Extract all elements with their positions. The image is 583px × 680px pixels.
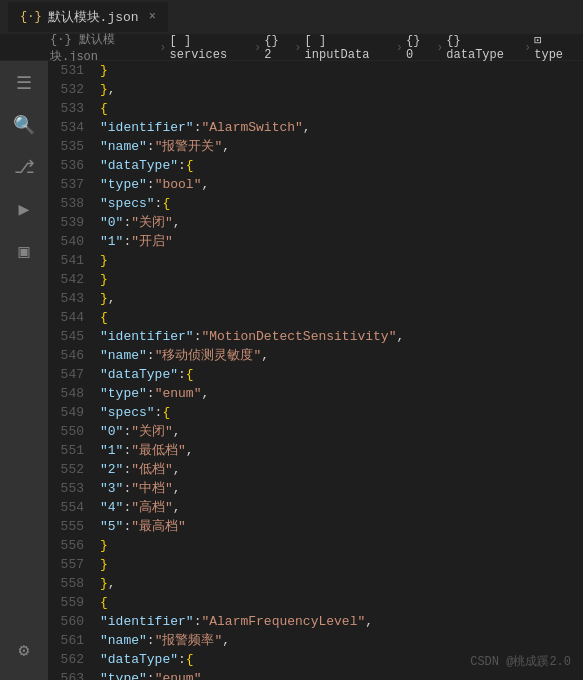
code-line: { xyxy=(100,99,583,118)
code-line: } xyxy=(100,536,583,555)
code-line: "0": "关闭", xyxy=(100,213,583,232)
watermark: CSDN @桃成蹊2.0 xyxy=(470,653,571,670)
tab-label: 默认模块.json xyxy=(48,8,139,26)
active-tab[interactable]: {·} 默认模块.json × xyxy=(8,2,168,32)
search-icon[interactable]: 🔍 xyxy=(10,111,38,139)
code-line: "name": "报警频率", xyxy=(100,631,583,650)
breadcrumb-item-2[interactable]: [ ] services xyxy=(170,34,251,62)
code-line: "5": "最高档" xyxy=(100,517,583,536)
code-line: "1": "最低档", xyxy=(100,441,583,460)
extensions-icon[interactable]: ▣ xyxy=(10,237,38,265)
source-control-icon[interactable]: ⎇ xyxy=(10,153,38,181)
code-line: "specs": { xyxy=(100,194,583,213)
code-line: "name": "移动侦测灵敏度", xyxy=(100,346,583,365)
breadcrumb-item-3[interactable]: {} 2 xyxy=(264,34,291,62)
code-content[interactable]: } }, { "identifier": "AlarmSwitch", "nam… xyxy=(92,61,583,680)
tab-file-icon: {·} xyxy=(20,10,42,24)
breadcrumb-item-6[interactable]: {} dataType xyxy=(446,34,521,62)
code-line: "1": "开启" xyxy=(100,232,583,251)
code-line: "identifier": "AlarmFrequencyLevel", xyxy=(100,612,583,631)
breadcrumb-item-5[interactable]: {} 0 xyxy=(406,34,433,62)
code-line: }, xyxy=(100,289,583,308)
code-line: "identifier": "MotionDetectSensitivity", xyxy=(100,327,583,346)
breadcrumb: {·} 默认模块.json › [ ] services › {} 2 › [ … xyxy=(0,35,583,61)
code-line: } xyxy=(100,270,583,289)
code-line: "identifier": "AlarmSwitch", xyxy=(100,118,583,137)
code-line: "type": "enum", xyxy=(100,384,583,403)
line-numbers: 5315325335345355365375385395405415425435… xyxy=(48,61,92,680)
code-line: "specs": { xyxy=(100,403,583,422)
code-line: "dataType": { xyxy=(100,365,583,384)
settings-icon[interactable]: ⚙ xyxy=(10,636,38,664)
run-icon[interactable]: ▶ xyxy=(10,195,38,223)
breadcrumb-item-4[interactable]: [ ] inputData xyxy=(305,34,393,62)
code-line: "2": "低档", xyxy=(100,460,583,479)
code-line: "type": "bool", xyxy=(100,175,583,194)
code-line: "type": "enum", xyxy=(100,669,583,680)
code-line: } xyxy=(100,61,583,80)
code-line: "0": "关闭", xyxy=(100,422,583,441)
code-line: { xyxy=(100,593,583,612)
editor-area: ☰ 🔍 ⎇ ▶ ▣ ⚙ 5315325335345355365375385395… xyxy=(0,61,583,680)
code-line: { xyxy=(100,308,583,327)
breadcrumb-item-active[interactable]: ⊡ type xyxy=(534,33,575,62)
code-line: }, xyxy=(100,574,583,593)
code-line: } xyxy=(100,555,583,574)
code-line: "dataType": { xyxy=(100,156,583,175)
activity-bar: ☰ 🔍 ⎇ ▶ ▣ ⚙ xyxy=(0,61,48,680)
tab-close-button[interactable]: × xyxy=(149,10,156,24)
code-line: "name": "报警开关", xyxy=(100,137,583,156)
code-line: } xyxy=(100,251,583,270)
code-line: "4": "高档", xyxy=(100,498,583,517)
code-line: }, xyxy=(100,80,583,99)
explorer-icon[interactable]: ☰ xyxy=(10,69,38,97)
code-line: "3": "中档", xyxy=(100,479,583,498)
breadcrumb-item-1[interactable]: {·} 默认模块.json xyxy=(50,31,156,65)
